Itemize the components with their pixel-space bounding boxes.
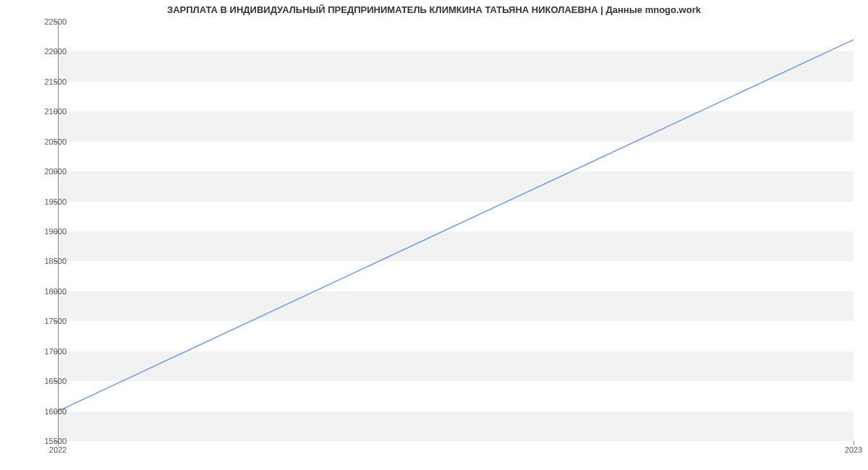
y-tick-label: 20500 (30, 137, 67, 146)
y-tick-label: 15500 (30, 437, 67, 445)
plot-area (58, 22, 854, 441)
svg-line-0 (58, 40, 854, 411)
y-tick-label: 18000 (30, 287, 67, 296)
line-chart: ЗАРПЛАТА В ИНДИВИДУАЛЬНЫЙ ПРЕДПРИНИМАТЕЛ… (0, 0, 868, 470)
y-tick-label: 17500 (30, 317, 67, 325)
y-tick-label: 16000 (30, 407, 67, 416)
y-tick-label: 19500 (30, 197, 67, 206)
y-tick-label: 22500 (30, 17, 67, 26)
y-tick-label: 22000 (30, 47, 67, 56)
x-tick-label: 2022 (49, 445, 67, 454)
y-tick-label: 20000 (30, 167, 67, 176)
y-tick-label: 21000 (30, 107, 67, 116)
y-tick-label: 18500 (30, 257, 67, 265)
y-tick-label: 16500 (30, 377, 67, 385)
x-tick-label: 2023 (845, 445, 862, 454)
chart-title: ЗАРПЛАТА В ИНДИВИДУАЛЬНЫЙ ПРЕДПРИНИМАТЕЛ… (0, 4, 868, 15)
y-tick-label: 19000 (30, 227, 67, 236)
y-tick-label: 21500 (30, 77, 67, 86)
data-line (58, 22, 854, 441)
y-tick-label: 17000 (30, 347, 67, 356)
